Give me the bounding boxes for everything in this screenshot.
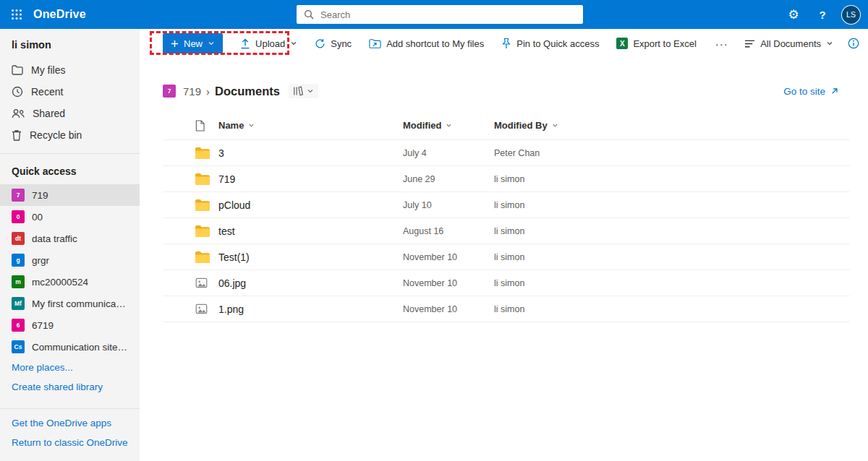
recycle-bin-icon	[12, 129, 22, 141]
sidebar-item-mc20000524[interactable]: m mc20000524	[0, 271, 140, 293]
file-modified-by[interactable]: li simon	[494, 200, 850, 210]
sidebar-item-label: My first communication ...	[32, 298, 128, 309]
add-shortcut-button[interactable]: Add shortcut to My files	[369, 38, 484, 49]
sync-button[interactable]: Sync	[315, 38, 352, 49]
file-modified: June 29	[403, 174, 494, 184]
chevron-down-icon	[307, 87, 314, 95]
file-name[interactable]: Test(1)	[218, 251, 403, 263]
file-modified: November 10	[403, 278, 494, 288]
search-box[interactable]	[297, 5, 583, 24]
pin-quick-access-button[interactable]: Pin to Quick access	[501, 38, 599, 49]
file-type-column-header[interactable]	[195, 120, 218, 132]
file-modified: August 16	[403, 226, 494, 236]
chevron-down-icon	[248, 122, 255, 129]
file-name[interactable]: 719	[218, 173, 403, 185]
file-modified-by[interactable]: Peter Chan	[494, 148, 850, 158]
folder-icon	[195, 173, 218, 185]
sidebar-item-shared[interactable]: Shared	[0, 103, 140, 124]
new-button[interactable]: New	[163, 33, 223, 53]
file-modified: July 4	[403, 148, 494, 158]
search-input[interactable]	[320, 9, 576, 20]
file-modified-by[interactable]: li simon	[494, 174, 850, 184]
sidebar-item-my-first-communication[interactable]: Mf My first communication ...	[0, 293, 140, 314]
column-header-modified-by[interactable]: Modified By	[494, 120, 850, 131]
sidebar-item-grgr[interactable]: g grgr	[0, 249, 140, 271]
folder-icon	[195, 147, 218, 159]
column-header-name[interactable]: Name	[218, 120, 403, 131]
command-bar: New Upload Sync Add shortcut to My files…	[140, 29, 868, 58]
chevron-down-icon	[446, 122, 452, 129]
file-name[interactable]: pCloud	[218, 199, 403, 211]
document-icon	[195, 120, 205, 132]
quick-access-title: Quick access	[0, 154, 140, 184]
settings-button[interactable]: ⚙	[779, 0, 808, 29]
file-modified: July 10	[403, 200, 494, 210]
more-places-link[interactable]: More places...	[0, 358, 140, 377]
sidebar-item-label: Communication site - ff	[32, 342, 128, 353]
folder-icon	[12, 65, 23, 75]
help-button[interactable]: ?	[808, 0, 837, 29]
site-icon: g	[12, 254, 25, 267]
table-row[interactable]: Test(1) November 10 li simon	[163, 244, 850, 270]
sidebar-item-00[interactable]: 0 00	[0, 206, 140, 228]
library-icon	[293, 86, 303, 96]
file-name[interactable]: test	[218, 225, 403, 237]
file-list: Name Modified Modified By 3 July 4 Peter…	[140, 111, 868, 322]
create-shared-library-link[interactable]: Create shared library	[0, 377, 140, 397]
file-modified-by[interactable]: li simon	[494, 304, 850, 314]
table-row[interactable]: 06.jpg November 10 li simon	[163, 270, 850, 296]
table-row[interactable]: 1.png November 10 li simon	[163, 296, 850, 322]
go-to-site-link[interactable]: Go to site	[783, 86, 839, 97]
chevron-down-icon	[290, 40, 297, 47]
pin-label: Pin to Quick access	[516, 38, 599, 49]
breadcrumb-current: Documents	[215, 85, 280, 98]
arrow-up-right-icon	[830, 87, 839, 95]
sidebar-item-data-traffic[interactable]: dt data traffic	[0, 228, 140, 249]
sidebar-item-label: Shared	[33, 108, 65, 119]
return-classic-link[interactable]: Return to classic OneDrive	[0, 433, 140, 452]
folder-icon	[195, 251, 218, 263]
column-header-modified[interactable]: Modified	[403, 120, 494, 131]
file-modified-by[interactable]: li simon	[494, 252, 850, 262]
sidebar-item-recycle-bin[interactable]: Recycle bin	[0, 124, 140, 146]
file-name[interactable]: 3	[218, 147, 403, 159]
file-modified-by[interactable]: li simon	[494, 226, 850, 236]
waffle-icon	[11, 9, 22, 20]
view-selector-dropdown[interactable]: All Documents	[744, 38, 833, 49]
add-shortcut-label: Add shortcut to My files	[386, 38, 484, 49]
top-app-bar: OneDrive ⚙ ? LS	[0, 0, 868, 29]
upload-button[interactable]: Upload	[240, 38, 297, 49]
site-icon: Cs	[12, 340, 25, 353]
table-row[interactable]: 3 July 4 Peter Chan	[163, 140, 850, 166]
file-name[interactable]: 1.png	[218, 303, 403, 315]
upload-button-label: Upload	[255, 38, 285, 49]
sidebar-item-label: mc20000524	[32, 277, 88, 288]
export-excel-button[interactable]: X Export to Excel	[616, 38, 696, 49]
table-row[interactable]: 719 June 29 li simon	[163, 166, 850, 192]
gear-icon: ⚙	[788, 9, 799, 21]
more-commands-button[interactable]: ···	[715, 38, 728, 50]
sidebar-item-communication-site-ff[interactable]: Cs Communication site - ff	[0, 336, 140, 358]
library-switcher-button[interactable]	[289, 84, 318, 98]
help-icon: ?	[819, 9, 825, 21]
site-icon[interactable]: 7	[163, 85, 176, 98]
sidebar-item-6719[interactable]: 6 6719	[0, 314, 140, 336]
chevron-down-icon	[552, 122, 558, 129]
breadcrumb-site-link[interactable]: 719	[183, 85, 201, 98]
info-button[interactable]	[848, 38, 859, 49]
info-icon	[848, 38, 859, 49]
get-onedrive-apps-link[interactable]: Get the OneDrive apps	[0, 413, 140, 433]
avatar[interactable]: LS	[841, 5, 861, 25]
table-row[interactable]: pCloud July 10 li simon	[163, 192, 850, 218]
go-to-site-label: Go to site	[783, 86, 825, 97]
file-modified-by[interactable]: li simon	[494, 278, 850, 288]
sidebar-item-label: 719	[32, 190, 48, 201]
file-name[interactable]: 06.jpg	[218, 277, 403, 289]
table-row[interactable]: test August 16 li simon	[163, 218, 850, 244]
sidebar-item-recent[interactable]: Recent	[0, 81, 140, 103]
app-launcher-button[interactable]	[0, 0, 33, 29]
sidebar-item-719[interactable]: 7 719	[0, 184, 140, 206]
excel-icon: X	[616, 38, 628, 49]
sidebar-item-my-files[interactable]: My files	[0, 59, 140, 81]
view-selector-label: All Documents	[760, 38, 821, 49]
